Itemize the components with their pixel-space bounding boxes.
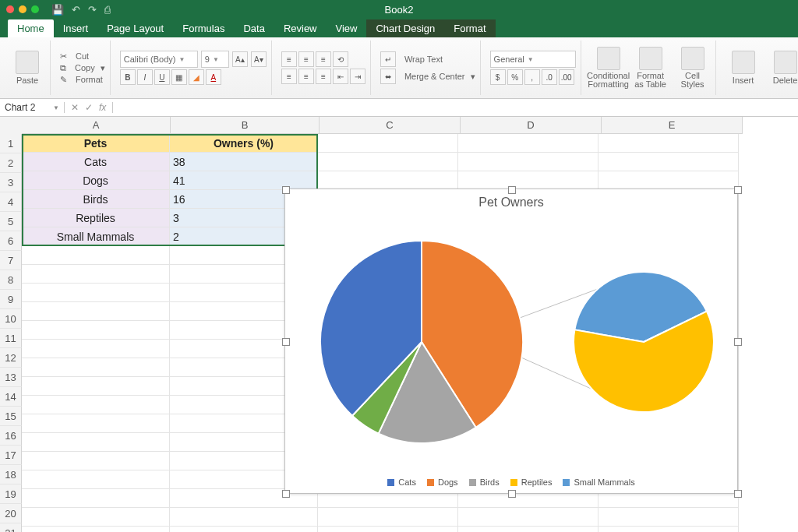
cell-E3[interactable] [598, 171, 739, 190]
cut-button[interactable]: ✂ Cut [60, 51, 105, 62]
align-right-icon[interactable]: ≡ [316, 69, 331, 84]
zoom-icon[interactable] [31, 5, 39, 13]
cell-B2[interactable]: 38 [170, 153, 318, 171]
resize-handle[interactable] [734, 338, 742, 346]
cell-A3[interactable]: Dogs [22, 171, 170, 190]
comma-icon[interactable]: , [524, 69, 540, 85]
cell-A18[interactable] [22, 452, 170, 470]
cell-A13[interactable] [22, 358, 170, 377]
decrease-indent-icon[interactable]: ⇤ [333, 69, 348, 84]
cell-A21[interactable] [22, 508, 170, 527]
row-header-17[interactable]: 17 [0, 446, 22, 465]
conditional-formatting-button[interactable]: Conditional Formatting [591, 41, 627, 95]
row-header-9[interactable]: 9 [0, 290, 22, 309]
merge-center-button[interactable]: ⬌ Merge & Center ▾ [380, 69, 475, 84]
chart-title[interactable]: Pet Owners [285, 196, 737, 210]
chart-object[interactable]: Pet Owners CatsDogsBirdsReptilesSmall Ma… [284, 188, 738, 494]
row-header-16[interactable]: 16 [0, 426, 22, 446]
cell-A2[interactable]: Cats [22, 153, 170, 171]
cell-A12[interactable] [22, 340, 170, 358]
enter-formula-icon[interactable]: ✓ [85, 102, 93, 113]
row-header-5[interactable]: 5 [0, 212, 22, 231]
resize-handle[interactable] [508, 490, 516, 498]
cell-B1[interactable]: Owners (%) [170, 134, 318, 153]
align-left-icon[interactable]: ≡ [281, 69, 297, 84]
tab-data[interactable]: Data [234, 19, 274, 37]
align-bottom-icon[interactable]: ≡ [316, 51, 331, 67]
wrap-text-button[interactable]: ↵ Wrap Text [380, 51, 475, 67]
resize-handle[interactable] [508, 186, 516, 194]
tab-review[interactable]: Review [274, 19, 327, 37]
row-header-20[interactable]: 20 [0, 504, 22, 523]
resize-handle[interactable] [282, 490, 290, 498]
legend-item[interactable]: Reptiles [510, 477, 553, 487]
paste-button[interactable]: Paste [9, 51, 45, 85]
cell-D3[interactable] [458, 171, 598, 190]
row-header-13[interactable]: 13 [0, 368, 22, 387]
legend-item[interactable]: Cats [387, 477, 416, 487]
close-icon[interactable] [6, 5, 14, 13]
legend-item[interactable]: Birds [469, 477, 500, 487]
cell-C22[interactable] [318, 527, 458, 532]
decrease-font-icon[interactable]: A▾ [251, 51, 267, 67]
spreadsheet-grid[interactable]: ABCDE 1234567891011121314151617181920212… [0, 117, 798, 532]
cell-A4[interactable]: Birds [22, 190, 170, 209]
fx-icon[interactable]: fx [99, 102, 106, 113]
insert-cells-button[interactable]: Insert [726, 41, 761, 95]
resize-handle[interactable] [282, 186, 290, 194]
redo-icon[interactable]: ↷ [88, 4, 97, 16]
row-header-10[interactable]: 10 [0, 309, 22, 329]
cell-B22[interactable] [170, 527, 318, 532]
cell-A17[interactable] [22, 433, 170, 452]
number-format-select[interactable]: General▼ [490, 51, 576, 68]
row-header-1[interactable]: 1 [0, 134, 22, 153]
tab-format[interactable]: Format [444, 19, 495, 37]
tab-view[interactable]: View [327, 19, 367, 37]
cell-C3[interactable] [318, 171, 458, 190]
row-header-11[interactable]: 11 [0, 329, 22, 348]
increase-font-icon[interactable]: A▴ [232, 51, 248, 67]
cell-A5[interactable]: Reptiles [22, 209, 170, 227]
row-header-4[interactable]: 4 [0, 192, 22, 212]
cell-A19[interactable] [22, 470, 170, 489]
tab-page-layout[interactable]: Page Layout [97, 19, 173, 37]
cell-C2[interactable] [318, 153, 458, 171]
format-painter-button[interactable]: ✎ Format [60, 75, 105, 85]
align-middle-icon[interactable]: ≡ [298, 51, 314, 67]
name-box[interactable]: Chart 2▼ [0, 102, 65, 113]
legend-item[interactable]: Small Mammals [563, 477, 634, 487]
cell-E22[interactable] [598, 527, 739, 532]
cell-B3[interactable]: 41 [170, 171, 318, 190]
cell-A16[interactable] [22, 414, 170, 433]
tab-formulas[interactable]: Formulas [173, 19, 234, 37]
cell-A15[interactable] [22, 396, 170, 414]
row-header-8[interactable]: 8 [0, 270, 22, 290]
legend-item[interactable]: Dogs [427, 477, 458, 487]
cell-styles-button[interactable]: Cell Styles [675, 41, 711, 95]
cell-D1[interactable] [458, 134, 598, 153]
increase-indent-icon[interactable]: ⇥ [350, 69, 365, 84]
decrease-decimal-icon[interactable]: .00 [559, 69, 574, 85]
cell-C21[interactable] [318, 508, 458, 527]
underline-button[interactable]: U [154, 69, 170, 85]
row-header-3[interactable]: 3 [0, 173, 22, 192]
cell-A6[interactable]: Small Mammals [22, 227, 170, 246]
cell-A9[interactable] [22, 284, 170, 302]
window-controls[interactable] [6, 5, 39, 13]
row-header-21[interactable]: 21 [0, 523, 22, 532]
select-all-corner[interactable] [0, 117, 23, 135]
minimize-icon[interactable] [19, 5, 26, 13]
cell-D21[interactable] [458, 508, 598, 527]
font-color-button[interactable]: A [206, 69, 221, 85]
cell-B21[interactable] [170, 508, 318, 527]
tab-home[interactable]: Home [8, 19, 54, 37]
cell-A20[interactable] [22, 489, 170, 508]
row-header-12[interactable]: 12 [0, 348, 22, 368]
border-button[interactable]: ▦ [171, 69, 187, 85]
chart-plot-area[interactable] [285, 210, 737, 467]
column-header-B[interactable]: B [171, 117, 320, 134]
undo-icon[interactable]: ↶ [72, 4, 80, 16]
row-header-6[interactable]: 6 [0, 231, 22, 251]
resize-handle[interactable] [282, 338, 290, 346]
format-as-table-button[interactable]: Format as Table [633, 41, 669, 95]
